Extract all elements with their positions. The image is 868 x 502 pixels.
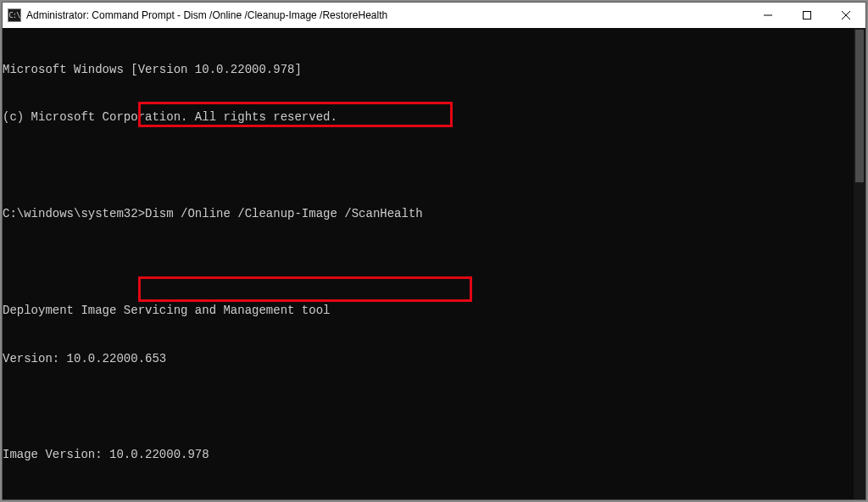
close-button[interactable] xyxy=(826,3,865,28)
terminal-area[interactable]: Microsoft Windows [Version 10.0.22000.97… xyxy=(3,28,865,499)
cmd-icon: C:\ xyxy=(8,8,21,22)
output-line: Version: 10.0.22000.653 xyxy=(3,351,854,367)
window-controls xyxy=(748,3,865,28)
command-line-1: C:\windows\system32>Dism /Online /Cleanu… xyxy=(3,206,854,222)
scrollbar-thumb[interactable] xyxy=(855,30,864,182)
terminal-content: Microsoft Windows [Version 10.0.22000.97… xyxy=(3,30,854,499)
scrollbar[interactable] xyxy=(854,28,865,499)
maximize-button[interactable] xyxy=(787,3,826,28)
blank-line xyxy=(3,495,854,499)
blank-line xyxy=(3,158,854,174)
blank-line xyxy=(3,399,854,415)
minimize-button[interactable] xyxy=(748,3,787,28)
window-title: Administrator: Command Prompt - Dism /On… xyxy=(26,9,748,21)
command-prompt-window: C:\ Administrator: Command Prompt - Dism… xyxy=(2,2,866,500)
prompt: C:\windows\system32> xyxy=(3,207,145,220)
titlebar[interactable]: C:\ Administrator: Command Prompt - Dism… xyxy=(3,3,865,28)
output-line: Deployment Image Servicing and Managemen… xyxy=(3,303,854,319)
svg-rect-1 xyxy=(804,12,811,20)
blank-line xyxy=(3,254,854,271)
output-line: Microsoft Windows [Version 10.0.22000.97… xyxy=(3,62,854,78)
output-line: (c) Microsoft Corporation. All rights re… xyxy=(3,109,854,126)
output-line: Image Version: 10.0.22000.978 xyxy=(3,447,854,463)
command-text: Dism /Online /Cleanup-Image /ScanHealth xyxy=(145,207,423,220)
